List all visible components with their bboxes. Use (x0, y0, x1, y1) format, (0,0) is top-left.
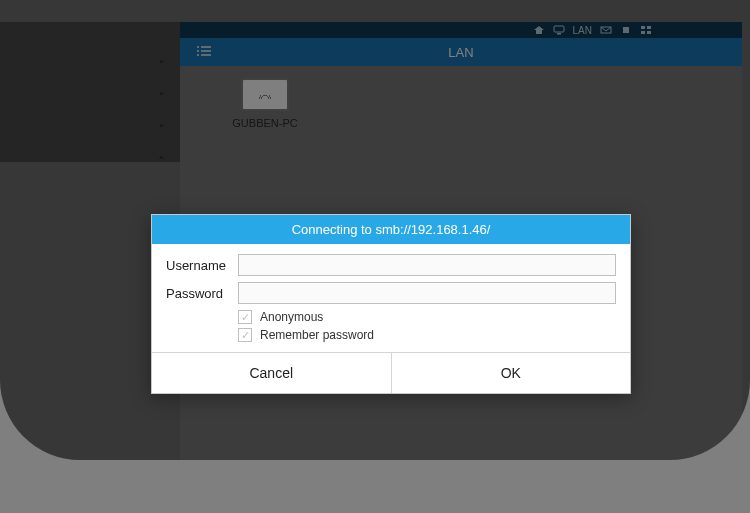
remember-label: Remember password (260, 328, 374, 342)
remember-password-checkbox[interactable]: ✓ Remember password (238, 328, 616, 342)
dialog-title: Connecting to smb://192.168.1.46/ (152, 215, 630, 244)
password-label: Password (166, 286, 238, 301)
connect-dialog: Connecting to smb://192.168.1.46/ Userna… (151, 214, 631, 394)
checkbox-icon: ✓ (238, 310, 252, 324)
username-label: Username (166, 258, 238, 273)
ok-button[interactable]: OK (392, 353, 631, 393)
username-input[interactable] (238, 254, 616, 276)
anonymous-label: Anonymous (260, 310, 323, 324)
password-input[interactable] (238, 282, 616, 304)
checkbox-icon: ✓ (238, 328, 252, 342)
cancel-button[interactable]: Cancel (152, 353, 392, 393)
anonymous-checkbox[interactable]: ✓ Anonymous (238, 310, 616, 324)
